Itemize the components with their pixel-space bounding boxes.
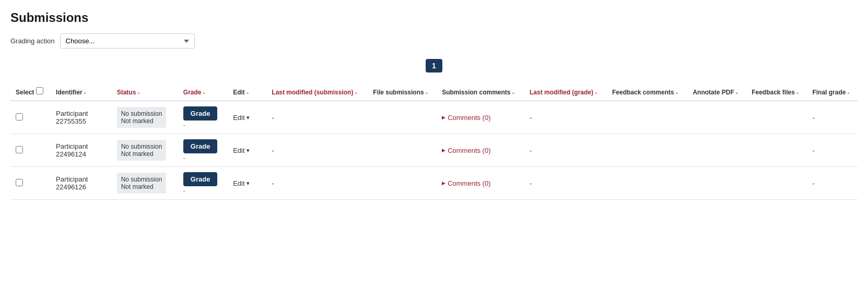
row-annotate-pdf (687, 134, 746, 167)
table-row: Participant 22755355 No submissionNot ma… (10, 101, 858, 134)
row-checkbox[interactable] (16, 179, 23, 186)
comments-button[interactable]: Comments (0) (442, 179, 490, 187)
edit-button[interactable]: Edit (233, 114, 249, 122)
row-feedback-files (746, 167, 807, 200)
edit-button[interactable]: Edit (233, 147, 249, 154)
row-final-grade: - (807, 101, 858, 134)
col-header-final-grade: Final grade - (807, 83, 858, 101)
submissions-table: Select Identifier - Status - Grade - Edi… (10, 83, 858, 200)
row-submission-comments: Comments (0) (437, 134, 524, 167)
row-annotate-pdf (687, 101, 746, 134)
row-edit: Edit (228, 134, 266, 167)
row-identifier: Participant 22496126 (51, 167, 112, 200)
col-header-status: Status - (112, 83, 178, 101)
row-last-modified-submission: - (266, 101, 368, 134)
grade-button[interactable]: Grade (183, 139, 218, 153)
row-feedback-comments (607, 134, 687, 167)
row-identifier: Participant 22496124 (51, 134, 112, 167)
comments-button[interactable]: Comments (0) (442, 114, 490, 122)
row-checkbox-cell (10, 134, 51, 167)
row-last-modified-submission: - (266, 167, 368, 200)
grading-action-row: Grading action Choose... Download all su… (10, 33, 858, 49)
row-file-submissions (368, 167, 437, 200)
row-file-submissions (368, 134, 437, 167)
row-grade: Grade - (178, 134, 228, 167)
row-status: No submissionNot marked (112, 167, 178, 200)
row-feedback-comments (607, 167, 687, 200)
select-all-checkbox[interactable] (36, 87, 43, 94)
col-header-annotate-pdf: Annotate PDF - (687, 83, 746, 101)
row-submission-comments: Comments (0) (437, 101, 524, 134)
row-checkbox[interactable] (16, 146, 23, 153)
row-identifier: Participant 22755355 (51, 101, 112, 134)
grade-button[interactable]: Grade (183, 106, 218, 121)
grading-action-select[interactable]: Choose... Download all submissions Lock … (60, 33, 195, 49)
row-edit: Edit (228, 101, 266, 134)
row-checkbox[interactable] (16, 113, 23, 121)
row-edit: Edit (228, 167, 266, 200)
col-header-file-submissions: File submissions - (368, 83, 437, 101)
row-last-modified-grade: - (524, 101, 607, 134)
col-header-feedback-comments: Feedback comments - (607, 83, 687, 101)
row-last-modified-grade: - (524, 167, 607, 200)
row-grade: Grade - (178, 167, 228, 200)
grading-action-label: Grading action (10, 37, 55, 45)
table-row: Participant 22496124 No submissionNot ma… (10, 134, 858, 167)
col-header-feedback-files: Feedback files - (746, 83, 807, 101)
pagination: 1 (10, 59, 858, 73)
row-submission-comments: Comments (0) (437, 167, 524, 200)
table-row: Participant 22496126 No submissionNot ma… (10, 167, 858, 200)
page-title: Submissions (10, 10, 858, 25)
row-status: No submissionNot marked (112, 101, 178, 134)
edit-button[interactable]: Edit (233, 179, 249, 187)
row-status: No submissionNot marked (112, 134, 178, 167)
row-feedback-files (746, 134, 807, 167)
comments-button[interactable]: Comments (0) (442, 147, 490, 154)
row-feedback-comments (607, 101, 687, 134)
row-final-grade: - (807, 167, 858, 200)
col-header-edit: Edit - (228, 83, 266, 101)
col-header-select: Select (10, 83, 51, 101)
row-checkbox-cell (10, 167, 51, 200)
row-checkbox-cell (10, 101, 51, 134)
row-feedback-files (746, 101, 807, 134)
row-file-submissions (368, 101, 437, 134)
row-last-modified-grade: - (524, 134, 607, 167)
col-header-submission-comments: Submission comments - (437, 83, 524, 101)
col-header-identifier: Identifier - (51, 83, 112, 101)
row-final-grade: - (807, 134, 858, 167)
row-grade: Grade - (178, 101, 228, 134)
grade-button[interactable]: Grade (183, 172, 218, 186)
row-annotate-pdf (687, 167, 746, 200)
page-1-button[interactable]: 1 (426, 59, 442, 73)
row-last-modified-submission: - (266, 134, 368, 167)
col-header-last-modified-grade: Last modified (grade) - (524, 83, 607, 101)
col-header-last-modified-submission: Last modified (submission) - (266, 83, 368, 101)
col-header-grade: Grade - (178, 83, 228, 101)
